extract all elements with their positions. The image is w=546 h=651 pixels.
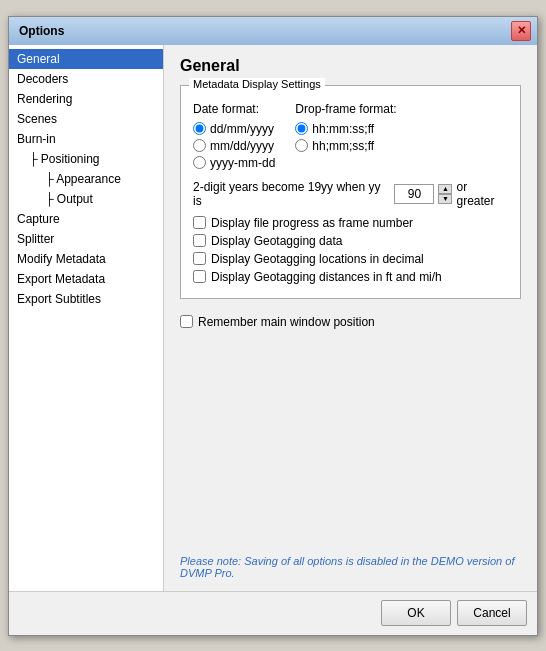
spin-down-button[interactable]: ▼	[438, 194, 452, 204]
options-dialog: Options ✕ GeneralDecodersRenderingScenes…	[8, 16, 538, 636]
close-button[interactable]: ✕	[511, 21, 531, 41]
dropframe-radio-hmsf[interactable]	[295, 122, 308, 135]
sidebar-item-export-subtitles[interactable]: Export Subtitles	[9, 289, 163, 309]
file-progress-label: Display file progress as frame number	[211, 216, 413, 230]
dropframe-col: Drop-frame format: hh:mm:ss;ff hh;mm;ss;…	[295, 102, 396, 170]
geotagging-decimal-label: Display Geotagging locations in decimal	[211, 252, 424, 266]
twodigit-prefix: 2-digit years become 19yy when yy is	[193, 180, 390, 208]
sidebar-item-output[interactable]: ├ Output	[9, 189, 163, 209]
dropframe-option-hmssf[interactable]: hh;mm;ss;ff	[295, 139, 396, 153]
checkbox-file-progress[interactable]: Display file progress as frame number	[193, 216, 508, 230]
date-iso-label: yyyy-mm-dd	[210, 156, 275, 170]
twodigit-row: 2-digit years become 19yy when yy is ▲ ▼…	[193, 180, 508, 208]
dropframe-hmsf-label: hh:mm:ss;ff	[312, 122, 374, 136]
spin-up-button[interactable]: ▲	[438, 184, 452, 194]
date-radio-iso[interactable]	[193, 156, 206, 169]
sidebar-item-positioning[interactable]: ├ Positioning	[9, 149, 163, 169]
date-option-mdy[interactable]: mm/dd/yyyy	[193, 139, 275, 153]
main-panel: General Metadata Display Settings Date f…	[164, 45, 537, 591]
dropframe-option-hmsf[interactable]: hh:mm:ss;ff	[295, 122, 396, 136]
metadata-group-title: Metadata Display Settings	[189, 78, 325, 90]
geotagging-check[interactable]	[193, 234, 206, 247]
geotagging-distance-label: Display Geotagging distances in ft and m…	[211, 270, 442, 284]
date-option-dmy[interactable]: dd/mm/yyyy	[193, 122, 275, 136]
sidebar-item-burnin[interactable]: Burn-in	[9, 129, 163, 149]
date-mdy-label: mm/dd/yyyy	[210, 139, 274, 153]
demo-note: Please note: Saving of all options is di…	[180, 547, 521, 579]
cancel-button[interactable]: Cancel	[457, 600, 527, 626]
checkbox-geotagging-decimal[interactable]: Display Geotagging locations in decimal	[193, 252, 508, 266]
geotagging-distance-check[interactable]	[193, 270, 206, 283]
sidebar-item-export-metadata[interactable]: Export Metadata	[9, 269, 163, 289]
main-content: GeneralDecodersRenderingScenesBurn-in├ P…	[9, 45, 537, 591]
sidebar-item-capture[interactable]: Capture	[9, 209, 163, 229]
sidebar-item-general[interactable]: General	[9, 49, 163, 69]
geotagging-label: Display Geotagging data	[211, 234, 342, 248]
dropframe-radio-hmssf[interactable]	[295, 139, 308, 152]
sidebar-item-splitter[interactable]: Splitter	[9, 229, 163, 249]
date-option-iso[interactable]: yyyy-mm-dd	[193, 156, 275, 170]
file-progress-check[interactable]	[193, 216, 206, 229]
sidebar-item-rendering[interactable]: Rendering	[9, 89, 163, 109]
dropframe-hmssf-label: hh;mm;ss;ff	[312, 139, 374, 153]
twodigit-input[interactable]	[394, 184, 434, 204]
remember-window-row[interactable]: Remember main window position	[180, 315, 521, 329]
footer: OK Cancel	[9, 591, 537, 635]
sidebar-item-scenes[interactable]: Scenes	[9, 109, 163, 129]
remember-window-label: Remember main window position	[198, 315, 375, 329]
date-format-label: Date format:	[193, 102, 275, 116]
page-title: General	[180, 57, 521, 75]
ok-button[interactable]: OK	[381, 600, 451, 626]
checkboxes-group: Display file progress as frame number Di…	[193, 216, 508, 284]
date-dmy-label: dd/mm/yyyy	[210, 122, 274, 136]
twodigit-suffix: or greater	[456, 180, 508, 208]
metadata-group: Metadata Display Settings Date format: d…	[180, 85, 521, 299]
title-bar: Options ✕	[9, 17, 537, 45]
format-columns: Date format: dd/mm/yyyy mm/dd/yyyy	[193, 102, 508, 170]
date-radio-dmy[interactable]	[193, 122, 206, 135]
sidebar: GeneralDecodersRenderingScenesBurn-in├ P…	[9, 45, 164, 591]
spin-buttons: ▲ ▼	[438, 184, 452, 204]
sidebar-item-decoders[interactable]: Decoders	[9, 69, 163, 89]
checkbox-geotagging[interactable]: Display Geotagging data	[193, 234, 508, 248]
dropframe-label: Drop-frame format:	[295, 102, 396, 116]
date-radio-mdy[interactable]	[193, 139, 206, 152]
group-content: Date format: dd/mm/yyyy mm/dd/yyyy	[193, 102, 508, 284]
date-format-col: Date format: dd/mm/yyyy mm/dd/yyyy	[193, 102, 275, 170]
sidebar-item-modify-metadata[interactable]: Modify Metadata	[9, 249, 163, 269]
window-title: Options	[19, 24, 64, 38]
remember-window-check[interactable]	[180, 315, 193, 328]
sidebar-item-appearance[interactable]: ├ Appearance	[9, 169, 163, 189]
checkbox-geotagging-distance[interactable]: Display Geotagging distances in ft and m…	[193, 270, 508, 284]
geotagging-decimal-check[interactable]	[193, 252, 206, 265]
